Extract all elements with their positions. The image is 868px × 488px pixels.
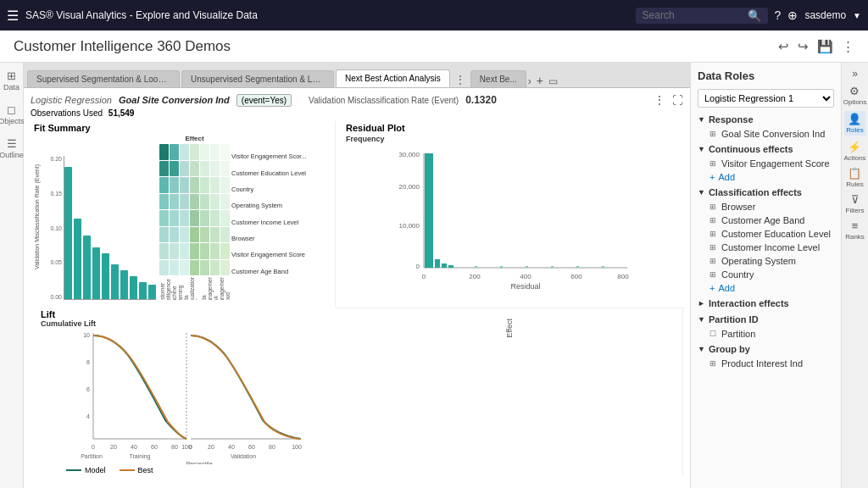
hm-cell: [159, 210, 169, 226]
svg-rect-20: [576, 266, 579, 268]
hm-cell: [159, 194, 169, 210]
field-icon-country: ⊞: [709, 270, 716, 279]
continuous-item-1: ⊞ Visitor Engagement Score: [698, 157, 834, 170]
hm-cell: [159, 144, 169, 160]
fit-bar-10: [148, 285, 156, 299]
chevron-right-icon[interactable]: ›: [528, 75, 531, 87]
model-select[interactable]: Logistic Regression 1: [698, 89, 834, 108]
outline-icon: ☰: [7, 137, 17, 150]
field-icon-age: ⊞: [709, 216, 716, 225]
expand-right-icon[interactable]: »: [852, 68, 858, 80]
hm-cell: [210, 227, 220, 243]
continuous-section-header[interactable]: ▼ Continuous effects: [698, 144, 834, 154]
lift-legend: Model Best: [41, 466, 332, 474]
continuous-add[interactable]: + Add: [698, 170, 834, 184]
interaction-section-header[interactable]: ► Interaction effects: [698, 298, 834, 308]
filters-icon-btn[interactable]: ⊽ Filters: [846, 193, 865, 214]
hm-cell: [210, 144, 220, 160]
tab-next-best-action[interactable]: Next Best Action Analysis: [336, 69, 450, 87]
search-icon[interactable]: 🔍: [748, 9, 761, 22]
svg-rect-17: [500, 266, 503, 268]
tab-supervised[interactable]: Supervised Segmentation & Look-a-Like Ta…: [27, 70, 180, 87]
field-icon-education: ⊞: [709, 230, 716, 238]
metric-label: Validation Misclassification Rate (Event…: [309, 96, 459, 105]
tab-next-best-2[interactable]: Next Be...: [470, 70, 526, 87]
hm-cell: [200, 194, 209, 210]
fit-bar-2: [74, 219, 81, 299]
hm-cell: [220, 161, 230, 177]
sidebar-item-data[interactable]: ⊞ Data: [3, 69, 19, 92]
tab-unsupervised[interactable]: Unsupervised Segmentation & Look-a-Like …: [181, 70, 334, 87]
response-section-header[interactable]: ▼ Response: [698, 114, 834, 125]
hm-cell: [220, 243, 230, 259]
hm-cell: [159, 243, 169, 259]
chart-more-icon[interactable]: ⋮: [654, 93, 665, 107]
hm-cell: [190, 177, 199, 193]
options-icon-btn[interactable]: ⚙ Options: [843, 85, 867, 106]
user-dropdown-icon[interactable]: ▼: [853, 11, 861, 20]
undo-icon[interactable]: ↩: [778, 39, 789, 54]
partition-section-header[interactable]: ▼ Partition ID: [698, 314, 834, 324]
top-bar: ☰ SAS® Visual Analytics - Explore and Vi…: [0, 0, 868, 30]
user-label[interactable]: sasdemo: [804, 9, 846, 21]
hm-cell: [170, 144, 179, 160]
roles-icon-btn[interactable]: 👤 Roles: [844, 111, 865, 136]
hm-cell: [220, 194, 230, 210]
hm-cell: [190, 144, 199, 160]
groupby-item: ⊞ Product Interest Ind: [698, 357, 834, 370]
svg-text:200: 200: [469, 273, 481, 280]
groupby-section-header[interactable]: ▼ Group by: [698, 344, 834, 354]
fit-bars-with-yticks: 0.20 0.15 0.10 0.05 0.00: [46, 135, 156, 300]
search-input[interactable]: [643, 9, 744, 21]
chart-expand-icon[interactable]: ⛶: [672, 94, 683, 107]
classification-section-header[interactable]: ▼ Classification effects: [698, 187, 834, 197]
svg-text:80: 80: [171, 444, 178, 450]
fit-summary-panel: Fit Summary Validation Misclassification…: [31, 121, 336, 308]
fit-bar-7: [120, 270, 128, 299]
charts-grid: Fit Summary Validation Misclassification…: [31, 121, 683, 477]
data-roles-panel: Data Roles Logistic Regression 1 ▼ Respo…: [691, 63, 841, 488]
more-options-icon[interactable]: ⋮: [842, 39, 854, 54]
residual-svg: 30,000 20,000 10,000 0 0 200 400 600 800…: [346, 145, 680, 289]
hm-cell: [159, 260, 169, 276]
svg-text:0: 0: [189, 444, 192, 450]
ranks-icon-btn[interactable]: ≡ Ranks: [845, 219, 865, 241]
hm-cell: [180, 227, 189, 243]
hm-cell: [220, 227, 230, 243]
svg-text:400: 400: [520, 273, 531, 280]
redo-icon[interactable]: ↪: [798, 39, 809, 54]
svg-rect-15: [448, 265, 453, 268]
hamburger-icon[interactable]: ☰: [7, 8, 19, 24]
notification-icon[interactable]: ⊕: [787, 8, 798, 22]
add-tab-icon[interactable]: +: [533, 74, 547, 87]
tab-kebab[interactable]: ⋮: [452, 72, 469, 87]
tab-layout-icon[interactable]: ▭: [548, 75, 558, 87]
fit-y-axis-label: Validation Misclassification Rate (Event…: [34, 135, 46, 300]
event-badge[interactable]: (event=Yes): [236, 94, 292, 107]
svg-text:Validation: Validation: [231, 453, 256, 459]
response-arrow: ▼: [698, 115, 705, 124]
svg-text:40: 40: [228, 444, 235, 450]
hm-cell: [159, 177, 169, 193]
hm-cell: [170, 177, 179, 193]
chart-container: Logistic Regression Goal Site Conversion…: [24, 88, 690, 488]
svg-text:4: 4: [86, 413, 90, 419]
sidebar-item-objects[interactable]: ◻ Objects: [0, 103, 25, 125]
classification-add[interactable]: + Add: [698, 281, 834, 295]
heatmap-x-labels: Customer Intelligence Machine Learning D…: [159, 277, 230, 300]
fit-heatmap-section: Effect: [156, 135, 230, 300]
rules-icon-btn[interactable]: 📋 Rules: [846, 167, 863, 188]
field-icon-browser: ⊞: [709, 202, 716, 211]
obs-value: 51,549: [108, 108, 135, 118]
save-icon[interactable]: 💾: [817, 39, 833, 54]
help-icon[interactable]: ?: [775, 8, 782, 22]
sidebar-item-outline[interactable]: ☰ Outline: [0, 137, 24, 159]
hm-cell: [159, 227, 169, 243]
svg-text:0: 0: [422, 273, 426, 280]
actions-icon-btn[interactable]: ⚡ Actions: [843, 141, 865, 162]
field-icon-response: ⊞: [709, 130, 716, 138]
hm-cell: [190, 210, 199, 226]
svg-rect-19: [551, 266, 554, 268]
residual-title: Residual Plot: [346, 123, 680, 133]
svg-text:0: 0: [416, 263, 420, 270]
